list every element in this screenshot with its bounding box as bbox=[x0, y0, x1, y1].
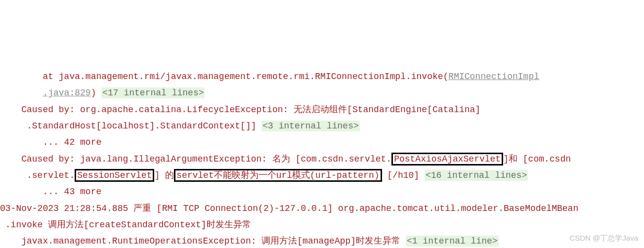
text: at java.management.rmi/javax.management.… bbox=[0, 72, 448, 82]
text: ... 42 more bbox=[0, 137, 101, 147]
trace-line: .java:829) <17 internal lines> bbox=[0, 87, 205, 98]
trace-line: at java.management.rmi/javax.management.… bbox=[0, 72, 539, 82]
internal-lines-collapsed[interactable]: <17 internal lines> bbox=[101, 87, 205, 98]
text: javax.management.RuntimeOperationsExcept… bbox=[0, 236, 406, 246]
text: .invoke 调用方法[createStandardContext]时发生异常 bbox=[0, 220, 251, 230]
trace-line: .servlet.SessionServlet] 的servlet不能映射为一个… bbox=[0, 169, 528, 182]
text: Caused by: org.apache.catalina.Lifecycle… bbox=[0, 105, 480, 115]
trace-line: Caused by: java.lang.IllegalArgumentExce… bbox=[0, 153, 571, 165]
text: [/h10] bbox=[382, 170, 425, 180]
trace-line: 03-Nov-2023 21:28:54.885 严重 [RMI TCP Con… bbox=[0, 204, 578, 213]
trace-line: ... 42 more bbox=[0, 137, 101, 147]
source-link[interactable]: RMIConnectionImpl bbox=[448, 72, 539, 82]
trace-line: .invoke 调用方法[createStandardContext]时发生异常 bbox=[0, 220, 251, 230]
text: ) bbox=[91, 88, 102, 98]
text: Caused by: java.lang.IllegalArgumentExce… bbox=[0, 154, 391, 164]
text: ] 的 bbox=[154, 170, 174, 180]
trace-line: ... 43 more bbox=[0, 187, 101, 197]
text: ]和 [com.csdn bbox=[503, 154, 571, 164]
highlighted-servlet-2: SessionServlet bbox=[75, 169, 154, 182]
highlighted-servlet-1: PostAxiosAjaxServlet bbox=[391, 153, 503, 165]
internal-lines-collapsed[interactable]: <16 internal lines> bbox=[425, 170, 528, 181]
trace-line: Caused by: org.apache.catalina.Lifecycle… bbox=[0, 105, 480, 115]
stack-trace-output: at java.management.rmi/javax.management.… bbox=[0, 69, 644, 248]
text: .StandardHost[localhost].StandardContext… bbox=[0, 121, 261, 131]
source-link[interactable]: .java:829 bbox=[43, 88, 90, 98]
text: .servlet. bbox=[0, 170, 75, 180]
text: ... 43 more bbox=[0, 187, 101, 197]
text bbox=[0, 88, 43, 98]
highlighted-error-message: servlet不能映射为一个url模式(url-pattern) bbox=[174, 169, 382, 182]
trace-line: javax.management.RuntimeOperationsExcept… bbox=[0, 236, 499, 247]
internal-lines-collapsed[interactable]: <1 internal line> bbox=[406, 236, 499, 247]
text: 03-Nov-2023 21:28:54.885 严重 [RMI TCP Con… bbox=[0, 204, 578, 213]
internal-lines-collapsed[interactable]: <3 internal lines> bbox=[261, 121, 359, 131]
watermark: CSDN @丁总学Java bbox=[569, 231, 638, 245]
trace-line: .StandardHost[localhost].StandardContext… bbox=[0, 121, 360, 131]
